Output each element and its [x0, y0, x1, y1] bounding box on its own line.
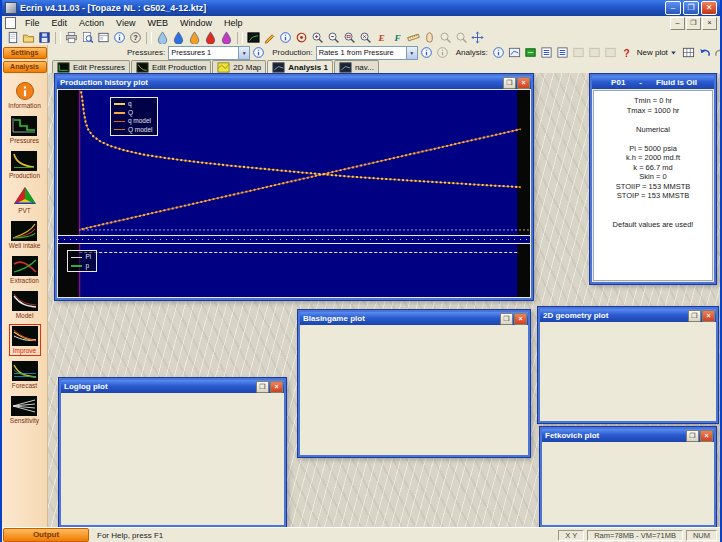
- sidebar-item-forecast[interactable]: Forecast: [9, 359, 41, 391]
- target-icon[interactable]: [294, 31, 309, 45]
- edit-pencil-icon[interactable]: [262, 31, 277, 45]
- chevron-down-icon[interactable]: ▼: [238, 47, 249, 59]
- analysis-green-icon[interactable]: [523, 46, 538, 60]
- tab-2d-map[interactable]: 2D Map: [212, 60, 266, 73]
- module-droplet-magenta-icon[interactable]: [219, 31, 234, 45]
- menu-item[interactable]: Edit: [46, 17, 74, 29]
- chevron-down-icon[interactable]: ▼: [406, 47, 417, 59]
- mdi-close-button[interactable]: ×: [702, 17, 717, 30]
- move-points-icon[interactable]: [470, 31, 485, 45]
- document-info-icon[interactable]: [112, 31, 127, 45]
- module-droplet-orange-icon[interactable]: [187, 31, 202, 45]
- chevron-down-icon[interactable]: [669, 46, 678, 60]
- search-disabled-icon[interactable]: [438, 31, 453, 45]
- analysis-button[interactable]: Analysis: [3, 61, 47, 73]
- sidebar-item-extraction[interactable]: Extraction: [7, 254, 42, 286]
- menu-item[interactable]: Action: [73, 17, 110, 29]
- menu-item[interactable]: Help: [218, 17, 249, 29]
- toolbar-separator: [146, 32, 152, 44]
- close-icon[interactable]: ×: [702, 310, 715, 322]
- plot-grid-icon[interactable]: [681, 46, 696, 60]
- sidebar-item-well-intake[interactable]: Well intake: [6, 219, 44, 251]
- production-info-icon[interactable]: [419, 46, 434, 60]
- menu-item[interactable]: File: [19, 17, 46, 29]
- ruler-icon[interactable]: [406, 31, 421, 45]
- zoom-window-icon[interactable]: [342, 31, 357, 45]
- tab-analysis-1[interactable]: Analysis 1: [267, 60, 333, 73]
- production-history-chart[interactable]: q Q q model Q model: [58, 90, 530, 235]
- undo-icon[interactable]: [697, 46, 712, 60]
- restore-button[interactable]: ❐: [503, 77, 516, 89]
- pressure-history-chart[interactable]: Pi p: [58, 244, 530, 297]
- restore-button[interactable]: ❐: [256, 381, 269, 393]
- sidebar-item-improve[interactable]: Improve: [9, 324, 41, 356]
- maximize-button[interactable]: ❐: [683, 1, 699, 15]
- toolbar-main: ?EF: [2, 30, 720, 45]
- report-list2-icon[interactable]: [555, 46, 570, 60]
- help-icon[interactable]: ?: [128, 31, 143, 45]
- result-line: k.h = 2000 md.ft: [594, 153, 712, 163]
- sidebar-item-production[interactable]: Production: [6, 149, 43, 181]
- plot-background-icon[interactable]: [246, 31, 261, 45]
- open-file-icon[interactable]: [21, 31, 36, 45]
- tab-nav[interactable]: nav...: [334, 60, 379, 73]
- toolbar-analysis: Pressures: Pressures 1 ▼ Production: Rat…: [2, 45, 720, 60]
- module-droplet-blue-icon[interactable]: [171, 31, 186, 45]
- search-disabled2-icon[interactable]: [454, 31, 469, 45]
- print-preview-icon[interactable]: [80, 31, 95, 45]
- result-line: Tmin = 0 hr: [594, 96, 712, 106]
- new-document-icon[interactable]: [5, 31, 20, 45]
- disabled-icon[interactable]: [571, 46, 586, 60]
- tag-f-icon[interactable]: F: [390, 31, 405, 45]
- result-line: Default values are used!: [594, 220, 712, 230]
- legend: Pi p: [67, 250, 97, 272]
- sidebar-item-pressures[interactable]: Pressures: [7, 114, 42, 146]
- close-icon[interactable]: ×: [700, 430, 713, 442]
- save-icon[interactable]: [37, 31, 52, 45]
- zoom-reset-icon[interactable]: [358, 31, 373, 45]
- sidebar-item-pvt[interactable]: PVT: [9, 184, 41, 216]
- sidebar-item-information[interactable]: Information: [5, 79, 44, 111]
- mdi-minimize-button[interactable]: –: [670, 17, 685, 30]
- close-icon[interactable]: ×: [270, 381, 283, 393]
- mdi-restore-button[interactable]: ❐: [686, 17, 701, 30]
- zoom-in-icon[interactable]: [310, 31, 325, 45]
- output-button[interactable]: Output: [3, 528, 89, 542]
- restore-button[interactable]: ❐: [686, 430, 699, 442]
- menu-item[interactable]: Window: [174, 17, 218, 29]
- close-icon[interactable]: ×: [514, 313, 527, 325]
- production-select[interactable]: Rates 1 from Pressure ▼: [316, 46, 418, 60]
- tag-e-icon[interactable]: E: [374, 31, 389, 45]
- disabled-icon[interactable]: [587, 46, 602, 60]
- page-setup-icon[interactable]: [96, 31, 111, 45]
- module-droplet-gray-icon[interactable]: [155, 31, 170, 45]
- tab-edit-production[interactable]: Edit Production: [131, 60, 211, 73]
- settings-button[interactable]: Settings: [3, 47, 47, 59]
- close-icon[interactable]: ×: [517, 77, 530, 89]
- window-title: Ecrin v4.11.03 - [Topaze NL : G502_4-12.…: [20, 3, 662, 13]
- zoom-out-icon[interactable]: [326, 31, 341, 45]
- module-droplet-red-icon[interactable]: [203, 31, 218, 45]
- tab-edit-pressures[interactable]: Edit Pressures: [52, 60, 130, 73]
- analysis-info-icon[interactable]: [491, 46, 506, 60]
- restore-button[interactable]: ❐: [500, 313, 513, 325]
- pressures-info-icon[interactable]: [251, 46, 266, 60]
- sidebar-item-model[interactable]: Model: [9, 289, 41, 321]
- sidebar-item-sensitivity[interactable]: Sensitivity: [7, 394, 42, 426]
- redo-icon[interactable]: [713, 46, 722, 60]
- report-list-icon[interactable]: [539, 46, 554, 60]
- disabled-icon[interactable]: [603, 46, 618, 60]
- pressures-select[interactable]: Pressures 1 ▼: [168, 46, 250, 60]
- point-info-icon[interactable]: [278, 31, 293, 45]
- pan-hand-icon[interactable]: [422, 31, 437, 45]
- kappa-help-icon[interactable]: ?: [619, 46, 634, 60]
- restore-button[interactable]: ❐: [688, 310, 701, 322]
- close-button[interactable]: ✕: [701, 1, 717, 15]
- print-icon[interactable]: [64, 31, 79, 45]
- menu-item[interactable]: WEB: [141, 17, 174, 29]
- analysis-chart-icon[interactable]: [507, 46, 522, 60]
- blasingame-window: Blasingame plot ❐ × PI PI Int. PI Int. D…: [298, 310, 530, 457]
- new-plot-button[interactable]: New plot: [635, 46, 680, 60]
- minimize-button[interactable]: –: [665, 1, 681, 15]
- menu-item[interactable]: View: [110, 17, 141, 29]
